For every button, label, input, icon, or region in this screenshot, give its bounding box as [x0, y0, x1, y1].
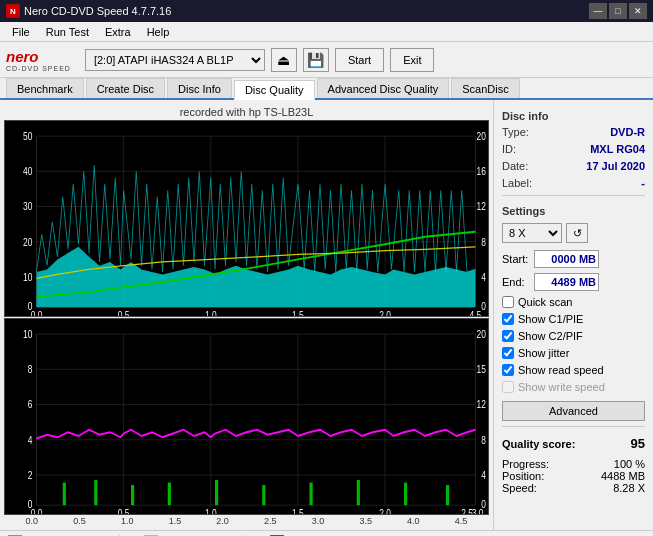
tab-bar: Benchmark Create Disc Disc Info Disc Qua… — [0, 78, 653, 100]
show-c2-pif-label: Show C2/PIF — [518, 330, 583, 342]
svg-text:0.0: 0.0 — [31, 310, 43, 316]
svg-rect-56 — [63, 483, 66, 506]
type-label: Type: — [502, 126, 529, 138]
svg-text:3.0: 3.0 — [472, 508, 484, 514]
svg-text:1.5: 1.5 — [292, 310, 304, 316]
svg-text:6: 6 — [28, 400, 33, 411]
show-read-speed-label: Show read speed — [518, 364, 604, 376]
maximize-button[interactable]: □ — [609, 3, 627, 19]
logo-nero: nero — [6, 48, 39, 65]
logo: nero CD-DVD SPEED — [6, 48, 71, 72]
svg-text:1.5: 1.5 — [292, 508, 304, 514]
chart-subtitle: recorded with hp TS-LB23L — [4, 104, 489, 120]
show-write-speed-label: Show write speed — [518, 381, 605, 393]
svg-text:20: 20 — [477, 131, 486, 142]
speed-value: 8.28 X — [613, 482, 645, 494]
svg-rect-57 — [94, 480, 97, 505]
start-button[interactable]: Start — [335, 48, 384, 72]
type-value: DVD-R — [610, 126, 645, 138]
tab-disc-quality[interactable]: Disc Quality — [234, 80, 315, 100]
date-label: Date: — [502, 160, 528, 172]
svg-text:30: 30 — [23, 202, 32, 213]
disc-label-value: - — [641, 177, 645, 189]
menu-bar: File Run Test Extra Help — [0, 22, 653, 42]
save-button[interactable]: 💾 — [303, 48, 329, 72]
show-read-speed-checkbox[interactable] — [502, 364, 514, 376]
top-chart-svg: 50 40 30 20 10 0 20 16 12 8 4 0 — [5, 121, 488, 316]
show-write-speed-checkbox[interactable] — [502, 381, 514, 393]
svg-rect-62 — [310, 483, 313, 506]
progress-value: 100 % — [614, 458, 645, 470]
svg-text:2.0: 2.0 — [379, 508, 391, 514]
start-input[interactable] — [534, 250, 599, 268]
info-panel: Disc info Type: DVD-R ID: MXL RG04 Date:… — [493, 100, 653, 530]
svg-text:0.0: 0.0 — [31, 508, 43, 514]
settings-title: Settings — [502, 205, 645, 217]
tab-scan-disc[interactable]: ScanDisc — [451, 78, 519, 98]
minimize-button[interactable]: — — [589, 3, 607, 19]
svg-text:15: 15 — [477, 364, 486, 375]
start-label: Start: — [502, 253, 530, 265]
svg-rect-31 — [5, 319, 488, 514]
chart-area: recorded with hp TS-LB23L 50 40 30 20 10… — [0, 100, 493, 530]
drive-selector[interactable]: [2:0] ATAPI iHAS324 A BL1P — [85, 49, 265, 71]
speed-select[interactable]: 8 X 4 X 12 X 16 X — [502, 223, 562, 243]
svg-text:20: 20 — [477, 329, 486, 340]
legend-area: PI Errors Average: 1.90 Maximum: 27 Tota… — [0, 530, 653, 536]
quick-scan-label: Quick scan — [518, 296, 572, 308]
app-icon: N — [6, 4, 20, 18]
svg-text:4: 4 — [481, 470, 486, 481]
end-input[interactable] — [534, 273, 599, 291]
svg-text:1.0: 1.0 — [205, 508, 217, 514]
quick-scan-checkbox[interactable] — [502, 296, 514, 308]
menu-extra[interactable]: Extra — [97, 24, 139, 40]
disc-label-label: Label: — [502, 177, 532, 189]
quality-score-label: Quality score: — [502, 438, 575, 450]
svg-text:10: 10 — [23, 272, 32, 283]
tab-disc-info[interactable]: Disc Info — [167, 78, 232, 98]
show-jitter-checkbox[interactable] — [502, 347, 514, 359]
svg-text:4: 4 — [28, 435, 33, 446]
svg-text:4: 4 — [481, 272, 486, 283]
title-bar-text: Nero CD-DVD Speed 4.7.7.16 — [24, 5, 171, 17]
menu-file[interactable]: File — [4, 24, 38, 40]
svg-text:0.5: 0.5 — [118, 310, 130, 316]
close-button[interactable]: ✕ — [629, 3, 647, 19]
show-c1-pie-label: Show C1/PIE — [518, 313, 583, 325]
svg-text:12: 12 — [477, 202, 486, 213]
svg-rect-64 — [404, 483, 407, 506]
svg-text:20: 20 — [23, 237, 32, 248]
menu-run-test[interactable]: Run Test — [38, 24, 97, 40]
toolbar: nero CD-DVD SPEED [2:0] ATAPI iHAS324 A … — [0, 42, 653, 78]
svg-rect-58 — [131, 485, 134, 505]
exit-button[interactable]: Exit — [390, 48, 434, 72]
svg-text:8: 8 — [28, 364, 33, 375]
svg-text:12: 12 — [477, 400, 486, 411]
svg-rect-65 — [446, 485, 449, 505]
quality-score-value: 95 — [631, 436, 645, 451]
position-value: 4488 MB — [601, 470, 645, 482]
svg-text:40: 40 — [23, 166, 32, 177]
menu-help[interactable]: Help — [139, 24, 178, 40]
svg-text:0.5: 0.5 — [118, 508, 130, 514]
tab-advanced-disc-quality[interactable]: Advanced Disc Quality — [317, 78, 450, 98]
show-c1-pie-checkbox[interactable] — [502, 313, 514, 325]
svg-text:0: 0 — [481, 301, 486, 312]
advanced-button[interactable]: Advanced — [502, 401, 645, 421]
tab-benchmark[interactable]: Benchmark — [6, 78, 84, 98]
svg-text:8: 8 — [481, 237, 486, 248]
refresh-button[interactable]: ↺ — [566, 223, 588, 243]
show-c2-pif-checkbox[interactable] — [502, 330, 514, 342]
tab-create-disc[interactable]: Create Disc — [86, 78, 165, 98]
end-label: End: — [502, 276, 530, 288]
eject-button[interactable]: ⏏ — [271, 48, 297, 72]
id-label: ID: — [502, 143, 516, 155]
svg-rect-59 — [168, 483, 171, 506]
logo-cdspeed: CD-DVD SPEED — [6, 65, 71, 72]
svg-rect-60 — [215, 480, 218, 505]
date-value: 17 Jul 2020 — [586, 160, 645, 172]
progress-label: Progress: — [502, 458, 549, 470]
show-jitter-label: Show jitter — [518, 347, 569, 359]
svg-text:2: 2 — [28, 470, 33, 481]
id-value: MXL RG04 — [590, 143, 645, 155]
